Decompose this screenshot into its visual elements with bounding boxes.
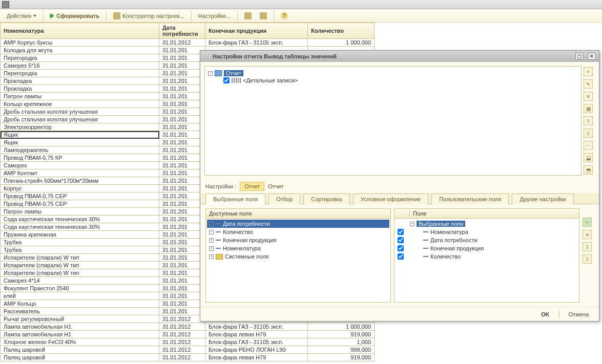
- cell[interactable]: Лампа автомобильная H1: [1, 331, 159, 338]
- cell[interactable]: 1 000,000: [308, 323, 375, 331]
- cell[interactable]: Трубка: [1, 239, 159, 246]
- col-quantity[interactable]: Количество: [308, 23, 375, 39]
- expander-icon[interactable]: +: [209, 238, 214, 243]
- cell[interactable]: 919,000: [308, 331, 375, 338]
- cell[interactable]: Блок-фара ГАЗ - 31105 эксп.: [205, 323, 308, 331]
- cell[interactable]: AMP Кольцо: [1, 300, 159, 308]
- cell[interactable]: 31.01.201: [159, 308, 205, 315]
- cell[interactable]: 998,000: [308, 346, 375, 354]
- selected-field[interactable]: Номенклатура: [396, 228, 578, 236]
- cell[interactable]: Ящик: [1, 131, 159, 139]
- cell[interactable]: AMP Контакт: [1, 169, 159, 177]
- cell[interactable]: 31.01.2012: [159, 315, 205, 323]
- col-product[interactable]: Конечная продукция: [205, 23, 308, 39]
- cell[interactable]: Палец шаровой: [1, 354, 159, 361]
- cell[interactable]: Электрокорректор: [1, 123, 159, 131]
- add-field-button[interactable]: ＋: [583, 218, 592, 227]
- cell[interactable]: Провод ПВАМ-0,75 СЕР: [1, 200, 159, 208]
- close-button[interactable]: ✕: [588, 53, 596, 60]
- cell[interactable]: 31.01.2012: [159, 39, 205, 47]
- cell[interactable]: клей: [1, 292, 159, 300]
- cell[interactable]: Испарители (спирали) W тип: [1, 262, 159, 269]
- actions-menu[interactable]: Действия: [3, 11, 40, 20]
- cell[interactable]: Рычаг регулировочный: [1, 315, 159, 323]
- table-row[interactable]: AMP Корпус буксы31.01.2012Блок-фара ГАЗ …: [1, 39, 375, 47]
- cell[interactable]: Прокладка: [1, 85, 159, 93]
- edit-button[interactable]: ✎: [584, 79, 593, 89]
- designer-button[interactable]: Конструктор настроек...: [110, 11, 188, 21]
- cell[interactable]: 31.01.201: [159, 277, 205, 285]
- available-fields-panel[interactable]: Доступные поля −Дата потребности−Количес…: [205, 208, 391, 303]
- cell[interactable]: Патрон лампы: [1, 93, 159, 100]
- cell[interactable]: 31.01.201: [159, 70, 205, 77]
- cell[interactable]: 31.01.201: [159, 131, 205, 139]
- detail-checkbox[interactable]: [223, 77, 230, 83]
- dialog-title-bar[interactable]: Настройки отчета Вывод таблицы значений …: [200, 51, 599, 62]
- cell[interactable]: Дробь стальная колотая улучшеная: [1, 116, 159, 123]
- add-button[interactable]: ＋: [584, 67, 593, 76]
- cell[interactable]: 31.01.201: [159, 54, 205, 62]
- cell[interactable]: 1,000: [308, 338, 375, 346]
- help-button[interactable]: ?: [277, 11, 292, 21]
- cell[interactable]: 31.01.201: [159, 77, 205, 85]
- available-field[interactable]: +Номенклатура: [207, 244, 389, 252]
- cell[interactable]: Корпус: [1, 185, 159, 192]
- field-up-button[interactable]: ⇧: [583, 242, 592, 251]
- report-tree-panel[interactable]: − Отчет <Детальные записи>: [204, 66, 582, 176]
- cell[interactable]: 31.01.201: [159, 292, 205, 300]
- tab[interactable]: Условное оформление: [353, 194, 428, 204]
- path-chip[interactable]: Отчет: [240, 182, 264, 191]
- col-date[interactable]: Дата потребности: [159, 23, 205, 39]
- cell[interactable]: 31.01.201: [159, 208, 205, 216]
- cell[interactable]: Палец шаровой: [1, 346, 159, 354]
- remove-field-button[interactable]: ✕: [583, 230, 592, 239]
- cell[interactable]: Саморез: [1, 162, 159, 169]
- selected-fields-panel[interactable]: Поле −Выбранные поляНоменклатураДата пот…: [394, 208, 579, 303]
- selected-root[interactable]: −Выбранные поля: [396, 220, 578, 228]
- cell[interactable]: 31.01.201: [159, 192, 205, 200]
- save-button[interactable]: ⬒: [584, 165, 593, 175]
- expander-icon[interactable]: −: [209, 222, 214, 226]
- available-field[interactable]: −Количество: [207, 228, 389, 236]
- table-row[interactable]: Палец шаровой31.01.2012Блок-фара левая H…: [1, 354, 375, 361]
- cell[interactable]: 31.01.201: [159, 223, 205, 231]
- cell[interactable]: Трубка: [1, 246, 159, 254]
- tree-root[interactable]: Отчет: [224, 70, 243, 76]
- cell[interactable]: Провод ПВАМ-0,75 КР: [1, 154, 159, 162]
- cell[interactable]: 31.01.201: [159, 231, 205, 239]
- cell[interactable]: Саморез 4*14: [1, 277, 159, 285]
- available-field[interactable]: −Дата потребности: [207, 220, 389, 228]
- move-up-button[interactable]: ⇧: [584, 116, 593, 125]
- available-field[interactable]: +Системные поля: [207, 252, 389, 261]
- cell[interactable]: 31.01.201: [159, 123, 205, 131]
- path-link[interactable]: Отчет: [268, 183, 283, 189]
- cell[interactable]: 31.01.201: [159, 100, 205, 108]
- cell[interactable]: Хлорное железо FeCl3 40%: [1, 338, 159, 346]
- cell[interactable]: Ящик: [1, 139, 159, 146]
- field-down-button[interactable]: ⇩: [583, 254, 592, 264]
- cell[interactable]: 31.01.2012: [159, 331, 205, 338]
- delete-button[interactable]: ✕: [584, 92, 593, 101]
- cell[interactable]: 31.01.201: [159, 169, 205, 177]
- cell[interactable]: 31.01.201: [159, 85, 205, 93]
- cell[interactable]: Саморез 5*16: [1, 62, 159, 70]
- cell[interactable]: 919,000: [308, 354, 375, 361]
- cell[interactable]: Перегородка: [1, 54, 159, 62]
- tool-icon-2[interactable]: [256, 11, 271, 21]
- field-checkbox[interactable]: [398, 237, 404, 243]
- available-field[interactable]: +Конечная продукция: [207, 236, 389, 244]
- tab[interactable]: Сортировка: [303, 194, 349, 204]
- cell[interactable]: 31.01.201: [159, 300, 205, 308]
- expander-icon[interactable]: +: [209, 254, 214, 259]
- cell[interactable]: 31.01.201: [159, 139, 205, 146]
- move-down-button[interactable]: ⇩: [584, 129, 593, 138]
- cell[interactable]: 31.01.2012: [159, 354, 205, 361]
- cell[interactable]: AMP Корпус буксы: [1, 39, 159, 47]
- settings-button[interactable]: Настройки...: [195, 11, 234, 20]
- cell[interactable]: Сода каустическая техническая 30%: [1, 223, 159, 231]
- cell[interactable]: Провод ПВАМ-0,75 СЕР: [1, 192, 159, 200]
- cell[interactable]: Пленка-стрейч 500мм*1700м*20мкм: [1, 177, 159, 185]
- field-checkbox[interactable]: [398, 253, 404, 260]
- cell[interactable]: Испарители (спирали) W тип: [1, 254, 159, 262]
- cell[interactable]: Пружина крепежная: [1, 231, 159, 239]
